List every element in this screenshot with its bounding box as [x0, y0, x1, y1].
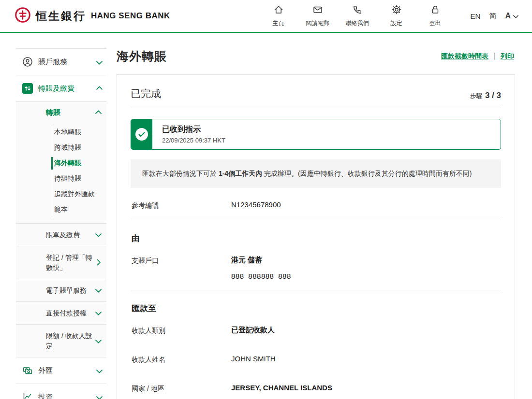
lang-english[interactable]: EN	[471, 12, 481, 20]
sidebar-item-label: 投資	[38, 393, 91, 399]
bank-logo[interactable]: 恒生銀行 HANG SENG BANK	[15, 7, 170, 25]
gear-icon	[391, 4, 402, 17]
sidebar: 賬戶服務 轉賬及繳費 轉賬	[16, 48, 106, 399]
chevron-up-icon	[95, 109, 102, 117]
processing-time-notice: 匯款在大部份情況下可於 1-4個工作天內 完成辦理。(因應中轉銀行、收款銀行及其…	[131, 159, 501, 188]
nav-home[interactable]: 主頁	[267, 4, 290, 28]
reference-label: 參考編號	[132, 200, 231, 210]
nav-home-label: 主頁	[273, 19, 284, 28]
nav-logout-label: 登出	[429, 19, 441, 28]
chevron-down-icon	[95, 230, 102, 240]
check-circle-icon	[135, 128, 148, 141]
top-nav: 主頁 閱讀電郵 聯絡我們	[267, 4, 446, 28]
mail-icon	[312, 4, 323, 17]
sidebar-item-label: 賬單及繳費	[46, 230, 92, 240]
country-region-row: 國家 / 地區 JERSEY, CHANNEL ISLANDS	[131, 374, 501, 399]
chevron-down-icon	[95, 336, 102, 346]
success-text: 已收到指示 22/09/2025 09:37 HKT	[152, 119, 235, 149]
debit-account-label: 支賬戶口	[132, 256, 231, 280]
reference-row: 參考編號 N12345678900	[131, 191, 501, 220]
investment-chart-icon	[22, 391, 33, 399]
sidebar-item-label: 登記 / 管理「轉數快」	[46, 253, 92, 272]
chevron-down-icon	[96, 367, 103, 375]
sidebar-item-limits-payee-settings[interactable]: 限額 / 收款人設定	[16, 324, 106, 357]
sidebar-item-bills-payments[interactable]: 賬單及繳費	[16, 223, 106, 246]
section-divider	[131, 220, 501, 220]
success-banner: 已收到指示 22/09/2025 09:37 HKT	[131, 119, 501, 150]
chevron-down-icon	[95, 285, 102, 295]
payee-type-label: 收款人類別	[132, 326, 231, 335]
account-person-icon	[22, 56, 33, 68]
step-value: 3 / 3	[485, 91, 501, 100]
header: 恒生銀行 HANG SENG BANK 主頁 閱讀電郵	[0, 0, 532, 33]
title-links: 匯款截數時間表 列印	[441, 52, 514, 61]
country-region-label: 國家 / 地區	[132, 384, 231, 393]
phone-icon	[352, 4, 363, 17]
nav-logout[interactable]: 登出	[424, 4, 446, 28]
sidebar-item-direct-debit-authorisation[interactable]: 直接付款授權	[16, 301, 106, 324]
transfer-submenu-list: 本地轉賬 跨域轉賬 海外轉賬 待辦轉賬 追蹤對外匯款 範本	[16, 124, 106, 223]
sidebar-item-overseas-transfer[interactable]: 海外轉賬	[16, 156, 106, 171]
notice-text: 匯款在大部份情況下可於	[142, 170, 219, 177]
nav-settings-label: 設定	[391, 19, 402, 28]
chevron-down-icon	[95, 308, 102, 318]
status-row: 已完成 步驟3 / 3	[131, 87, 501, 108]
nav-contact[interactable]: 聯絡我們	[346, 4, 369, 28]
sidebar-item-label: 限額 / 收款人設定	[46, 331, 92, 351]
chevron-up-icon	[96, 85, 103, 93]
country-region-value: JERSEY, CHANNEL ISLANDS	[231, 384, 332, 393]
nav-mail-label: 閱讀電郵	[306, 19, 329, 28]
lang-simplified-chinese[interactable]: 简	[489, 12, 496, 21]
language-switcher: EN 简 A	[471, 12, 518, 21]
sidebar-item-foreign-exchange[interactable]: 外匯	[16, 357, 106, 384]
nav-settings[interactable]: 設定	[385, 4, 408, 28]
sidebar-item-investment[interactable]: 投資	[16, 384, 106, 399]
status-title: 已完成	[131, 87, 161, 100]
success-stripe	[131, 119, 152, 149]
page-title: 海外轉賬	[117, 48, 167, 64]
payee-type-value: 已登記收款人	[231, 326, 275, 335]
chevron-down-icon	[96, 393, 103, 399]
payee-name-row: 收款人姓名 JOHN SMITH	[131, 345, 501, 374]
debit-account-row: 支賬戶口 港元 儲蓄 888–888888–888	[131, 246, 501, 290]
sidebar-item-label: 轉賬	[46, 108, 95, 117]
remittance-cutoff-schedule-link[interactable]: 匯款截數時間表	[441, 52, 488, 61]
sidebar-item-pending-transfer[interactable]: 待辦轉賬	[16, 171, 106, 186]
notice-text: 完成辦理。(因應中轉銀行、收款銀行及其分行的處理時間而有所不同)	[262, 170, 472, 177]
logout-lock-icon	[430, 4, 441, 17]
sidebar-item-label: 外匯	[38, 366, 91, 375]
sidebar-item-label: 直接付款授權	[46, 308, 92, 318]
sidebar-item-fps-registration[interactable]: 登記 / 管理「轉數快」	[16, 246, 106, 279]
home-icon	[273, 4, 284, 17]
bank-name-english: HANG SENG BANK	[91, 11, 170, 21]
hang-seng-logo-icon	[15, 7, 31, 25]
payee-type-row: 收款人類別 已登記收款人	[131, 316, 501, 345]
foreign-exchange-icon	[22, 365, 33, 376]
account-name: 港元 儲蓄	[231, 256, 291, 265]
success-title: 已收到指示	[162, 125, 225, 135]
sidebar-item-account-services[interactable]: 賬戶服務	[16, 49, 106, 75]
payee-name-value: JOHN SMITH	[231, 355, 276, 364]
page-body: 賬戶服務 轉賬及繳費 轉賬	[0, 33, 532, 399]
sidebar-item-templates[interactable]: 範本	[16, 202, 106, 217]
sidebar-item-label: 轉賬及繳費	[38, 84, 91, 93]
sidebar-item-transfer[interactable]: 轉賬	[16, 102, 106, 124]
reference-number: N12345678900	[231, 200, 281, 210]
link-divider	[494, 53, 495, 60]
fps-transfer-icon	[22, 83, 33, 94]
sidebar-item-transfer-payments[interactable]: 轉賬及繳費	[16, 75, 106, 102]
from-section-heading: 由	[132, 233, 501, 244]
main-content: 海外轉賬 匯款截數時間表 列印 已完成 步驟3 / 3	[117, 48, 515, 399]
sidebar-item-label: 賬戶服務	[38, 57, 91, 67]
print-link[interactable]: 列印	[501, 52, 514, 61]
transfer-submenu: 轉賬 本地轉賬 跨域轉賬 海外轉賬 待辦轉賬 追蹤對外匯款 範本 賬單及繳費	[16, 102, 106, 357]
success-timestamp: 22/09/2025 09:37 HKT	[162, 137, 225, 144]
payee-name-label: 收款人姓名	[132, 355, 231, 364]
sidebar-item-local-transfer[interactable]: 本地轉賬	[16, 125, 106, 140]
nav-mail[interactable]: 閱讀電郵	[306, 4, 329, 28]
sidebar-item-track-outward-remittance[interactable]: 追蹤對外匯款	[16, 186, 106, 202]
font-size-toggle[interactable]: A	[505, 12, 518, 20]
sidebar-item-ebill-service[interactable]: 電子賬單服務	[16, 279, 106, 301]
to-section-heading: 匯款至	[132, 303, 501, 314]
sidebar-item-cross-boundary-transfer[interactable]: 跨域轉賬	[16, 140, 106, 156]
